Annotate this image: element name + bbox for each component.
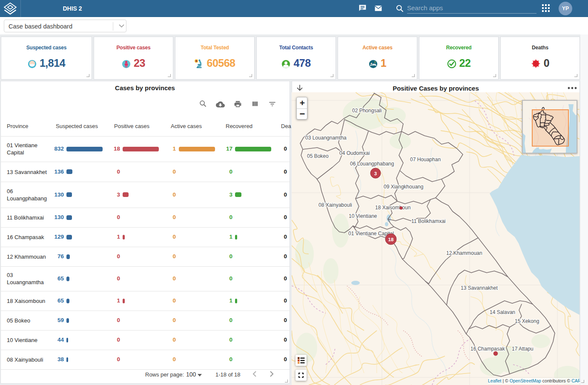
svg-text:18 Xaisomboun: 18 Xaisomboun — [375, 205, 410, 211]
svg-text:02 Phongsali: 02 Phongsali — [352, 108, 381, 114]
svg-text:12 Khammouan: 12 Khammouan — [446, 250, 482, 256]
svg-text:16 Champasak: 16 Champasak — [470, 346, 505, 352]
svg-text:05 Bokeo: 05 Bokeo — [307, 153, 329, 159]
svg-text:10 Vientiane: 10 Vientiane — [349, 213, 377, 219]
svg-text:11 Bolikhamxai: 11 Bolikhamxai — [411, 218, 445, 224]
svg-text:09 Xiangkhouang: 09 Xiangkhouang — [384, 184, 423, 190]
svg-text:13 Savannakhet: 13 Savannakhet — [461, 285, 498, 291]
svg-text:14 Salavan: 14 Salavan — [490, 309, 515, 315]
svg-text:06 Louangphabang: 06 Louangphabang — [350, 161, 394, 167]
svg-text:18: 18 — [388, 237, 394, 242]
svg-text:15 Xekong: 15 Xekong — [515, 318, 539, 324]
svg-text:04 Oudomxai: 04 Oudomxai — [339, 150, 370, 156]
svg-text:07 Houaphan: 07 Houaphan — [410, 157, 441, 163]
svg-text:08 Xainyabouli: 08 Xainyabouli — [318, 202, 352, 208]
svg-text:17 Attapu: 17 Attapu — [512, 346, 534, 352]
svg-text:3: 3 — [374, 171, 377, 176]
svg-text:03 Louangnamtha: 03 Louangnamtha — [305, 135, 347, 141]
